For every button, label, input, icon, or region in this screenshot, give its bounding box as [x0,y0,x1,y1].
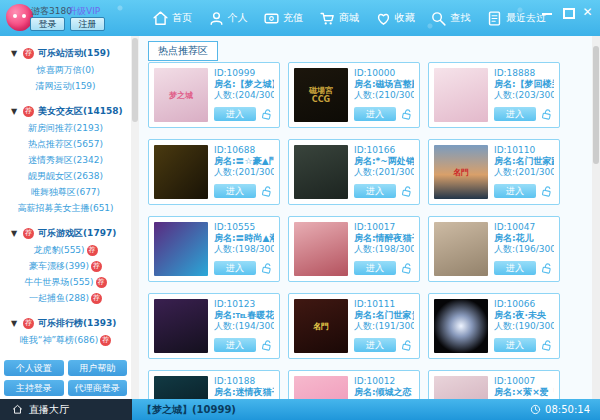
room-card[interactable]: ID:18888房名:【梦回楼兰】人数:(203/300)进入 [428,62,560,128]
nav-item-recharge[interactable]: 充值 [263,10,303,27]
sidebar-scrollbar[interactable] [131,36,139,399]
room-count: 人数:(191/300) [354,321,414,332]
enter-room-button[interactable]: 进入 [214,261,256,275]
category-item-label: 牛牛世界场(555) [24,277,93,287]
room-card[interactable]: ID:10017房名:情醉夜猫子人数:(198/300)进入 [288,216,420,282]
room-card[interactable]: 倾城之恋ID:10012房名:倾城之恋人数:(188/300)进入 [288,370,420,399]
enter-room-button[interactable]: 进入 [214,184,256,198]
room-actions: 进入 [214,107,274,121]
hot-badge: 荐 [23,106,34,117]
category-item[interactable]: 惊喜两万倍(0) [0,62,131,78]
room-card[interactable]: 名門ID:10111房名:名门世家贵族吧人数:(191/300)进入 [288,293,420,359]
room-name: 房名:×萦×爱『大明星』 [494,387,554,398]
enter-room-button[interactable]: 进入 [354,261,396,275]
room-card[interactable]: ID:10007房名:×萦×爱『大明星』进入 [428,370,560,399]
close-button[interactable]: ✕ [581,6,594,18]
category-item-label: 豪车漂移(399) [29,261,89,271]
category-item[interactable]: 靓男靓女区(2638) [0,168,131,184]
room-card[interactable]: 磁場宮 CCGID:10000房名:磁场宫整殿人数:(210/300)进入 [288,62,420,128]
lock-open-icon [401,185,414,198]
room-id: ID:10007 [494,376,554,387]
category-item[interactable]: 高薪招募美女主播(651) [0,200,131,216]
category-group-header[interactable]: ▼荐美女交友区(14158) [0,103,131,120]
room-count: 人数:(194/300) [214,321,274,332]
current-room-label[interactable]: 【梦之城】(10999) [142,403,236,417]
category-group-header[interactable]: ▼荐可乐排行榜(1393) [0,315,131,332]
category-item[interactable]: 唯舞独尊区(677) [0,184,131,200]
category-item[interactable]: 清网运动(159) [0,78,131,94]
enter-room-button[interactable]: 进入 [354,338,396,352]
category-group-header[interactable]: ▼荐可乐游戏区(1797) [0,225,131,242]
category-item[interactable]: 龙虎豹(555)荐 [0,242,131,258]
category-group-label: 可乐排行榜(1393) [38,317,116,330]
room-card[interactable]: ID:10688房名:〓☆豪▲門☆〓人数:(201/300)进入 [148,139,280,205]
room-info: ID:10047房名:花儿人数:(196/300)进入 [494,222,554,276]
nav-item-recent[interactable]: 最近去过 [486,10,546,27]
enter-room-button[interactable]: 进入 [494,107,536,121]
personal-settings-button[interactable]: 个人设置 [4,360,64,376]
category-item[interactable]: 豪车漂移(399)荐 [0,258,131,274]
room-id: ID:10000 [354,68,414,79]
main-scrollbar[interactable] [592,36,600,399]
enter-room-button[interactable]: 进入 [494,338,536,352]
room-thumbnail [154,145,208,199]
agent-login-button[interactable]: 代理商登录 [68,380,128,396]
nav-item-search[interactable]: 查找 [430,10,470,27]
enter-room-button[interactable]: 进入 [494,261,536,275]
category-item[interactable]: 一起捕鱼(288)荐 [0,290,131,306]
live-hall-tab[interactable]: 直播大厅 [0,399,132,420]
category-item[interactable]: 热点推荐区(5657) [0,136,131,152]
nav-item-favorites[interactable]: 收藏 [375,10,415,27]
room-card[interactable]: 名門ID:10110房名:名门世家蹦舞吧人数:(201/300)进入 [428,139,560,205]
room-card[interactable]: ID:10166房名:*~两处销魂~*人数:(201/300)进入 [288,139,420,205]
room-card[interactable]: ID:10066房名:夜·未央人数:(190/300)进入 [428,293,560,359]
room-card[interactable]: ID:10047房名:花儿人数:(196/300)进入 [428,216,560,282]
sidebar-buttons: 个人设置用户帮助主持登录代理商登录 [4,360,127,396]
chevron-down-icon: ▼ [11,107,19,116]
login-button[interactable]: 登录 [30,17,65,31]
tab-hot-recommended[interactable]: 热点推荐区 [148,41,218,61]
lock-open-icon [261,262,274,275]
category-group-header[interactable]: ▼荐可乐站活动(159) [0,45,131,62]
category-item[interactable]: 迷情秀舞区(2342) [0,152,131,168]
room-name: 房名:*~两处销魂~* [354,156,414,167]
category-item-label: 一起捕鱼(288) [29,293,89,303]
enter-room-button[interactable]: 进入 [354,107,396,121]
room-id: ID:10999 [214,68,274,79]
enter-room-button[interactable]: 进入 [494,184,536,198]
enter-room-button[interactable]: 进入 [214,107,256,121]
lock-open-icon [401,339,414,352]
lock-open-icon [261,185,274,198]
room-thumbnail [154,376,208,399]
nav-item-mall[interactable]: 商城 [319,10,359,27]
room-actions: 进入 [494,107,554,121]
nav-item-home[interactable]: 首页 [152,10,192,27]
room-thumbnail [294,145,348,199]
category-item[interactable]: 新房间推荐(2193) [0,120,131,136]
enter-room-button[interactable]: 进入 [354,184,396,198]
enter-room-button[interactable]: 进入 [214,338,256,352]
main-scrollbar-thumb[interactable] [593,46,599,164]
category-item[interactable]: 牛牛世界场(555)荐 [0,274,131,290]
sidebar-scrollbar-thumb[interactable] [132,38,138,122]
room-thumbnail: 名門 [434,145,488,199]
room-card[interactable]: ID:10188房名:迷情夜猫子人数:(189/300)进入 [148,370,280,399]
register-button[interactable]: 注册 [70,17,105,31]
nav-item-personal[interactable]: 个人 [208,10,248,27]
room-id: ID:10111 [354,299,414,310]
maximize-button[interactable] [561,6,574,18]
category-sidebar: ▼荐可乐站活动(159)惊喜两万倍(0)清网运动(159)▼荐美女交友区(141… [0,36,131,399]
room-card[interactable]: 梦之城ID:10999房名:【梦之城】人数:(204/300)进入 [148,62,280,128]
room-thumbnail [154,222,208,276]
hot-badge: 荐 [23,228,34,239]
category-item[interactable]: 唯我“神”尊榜(686)荐 [0,332,131,348]
room-actions: 进入 [354,184,414,198]
minimize-button[interactable] [541,6,554,18]
host-login-button[interactable]: 主持登录 [4,380,64,396]
room-list-panel: 热点推荐区 梦之城ID:10999房名:【梦之城】人数:(204/300)进入磁… [139,36,600,399]
room-card[interactable]: ID:10555房名:〓時尚▲潮流〓人数:(198/300)进入 [148,216,280,282]
user-help-button[interactable]: 用户帮助 [68,360,128,376]
room-info: ID:10555房名:〓時尚▲潮流〓人数:(198/300)进入 [214,222,274,276]
room-card[interactable]: ID:10123房名:℡春暖花开ˇ人数:(194/300)进入 [148,293,280,359]
room-thumbnail: 倾城之恋 [294,376,348,399]
